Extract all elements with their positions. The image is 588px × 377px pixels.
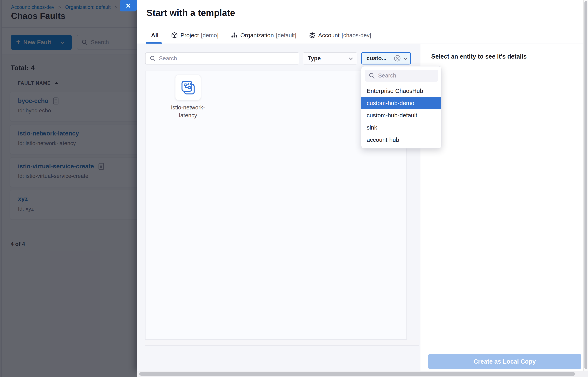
chevron-down-icon [403,56,407,60]
workflow-copy-icon [180,80,196,95]
cube-icon [171,32,178,39]
vertical-scrollbar-thumb[interactable] [585,1,588,369]
search-icon [369,73,375,79]
menu-item-selected[interactable]: custom-hub-demo [361,97,441,109]
template-search-input[interactable] [159,55,266,62]
template-item[interactable]: istio-network-latency [162,75,214,119]
clear-filter-icon[interactable] [394,55,401,62]
template-scope-tabs: All Project [demo] Or [151,31,371,40]
close-button[interactable]: ✕ [120,0,137,12]
start-with-template-modal: ✕ Start with a template All Project [dem… [137,0,588,371]
search-icon [150,56,156,61]
close-icon: ✕ [125,2,131,10]
dropdown-search-input[interactable] [378,72,426,79]
horizontal-scrollbar-thumb[interactable] [139,372,575,376]
type-filter-dropdown[interactable]: Type [303,52,357,64]
tab-all[interactable]: All [151,32,158,39]
vertical-scrollbar[interactable] [583,0,588,377]
tab-organization[interactable]: Organization [default] [231,32,296,39]
menu-item[interactable]: custom-hub-default [361,109,441,121]
menu-item[interactable]: Enterprise ChaosHub [361,85,441,97]
details-empty-message: Select an entity to see it's details [431,53,527,60]
layers-icon [309,32,316,39]
tab-scope-badge: [chaos-dev] [342,32,371,39]
modal-title: Start with a template [146,8,235,18]
tab-project[interactable]: Project [demo] [171,32,218,39]
chevron-down-icon [349,56,353,60]
tab-account[interactable]: Account [chaos-dev] [309,32,371,39]
template-name: istio-network-latency [169,104,207,119]
menu-item[interactable]: account-hub [361,134,441,146]
create-as-local-copy-button[interactable]: Create as Local Copy [428,354,581,369]
org-chart-icon [231,32,238,39]
chaoshub-dropdown-menu: Enterprise ChaosHub custom-hub-demo cust… [361,66,442,148]
tab-scope-badge: [default] [276,32,296,39]
horizontal-scrollbar[interactable] [137,371,588,377]
dropdown-search [365,70,438,82]
template-search [145,52,299,64]
template-card[interactable] [175,75,201,100]
template-grid-footer [145,340,419,346]
chaoshub-filter-dropdown[interactable]: custo... [361,52,411,64]
details-panel: Select an entity to see it's details Cre… [421,44,588,371]
tab-scope-badge: [demo] [201,32,219,39]
menu-item[interactable]: sink [361,121,441,134]
